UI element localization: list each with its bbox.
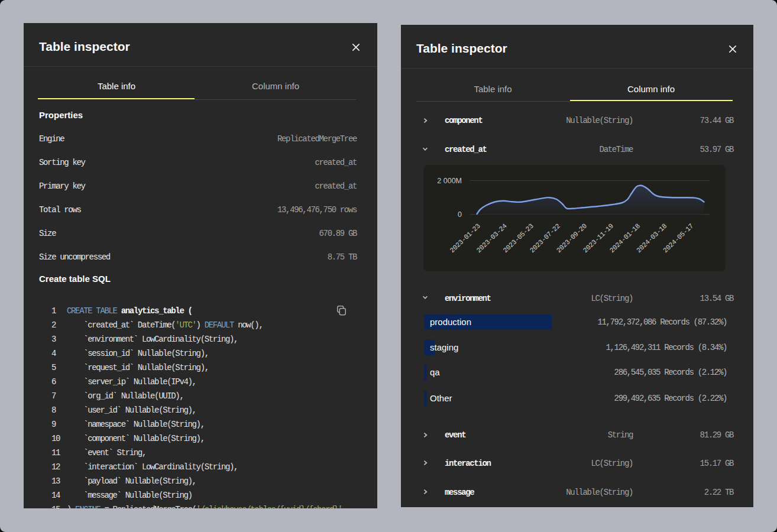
svg-text:0: 0	[458, 210, 462, 219]
svg-text:2 000M: 2 000M	[437, 177, 462, 185]
